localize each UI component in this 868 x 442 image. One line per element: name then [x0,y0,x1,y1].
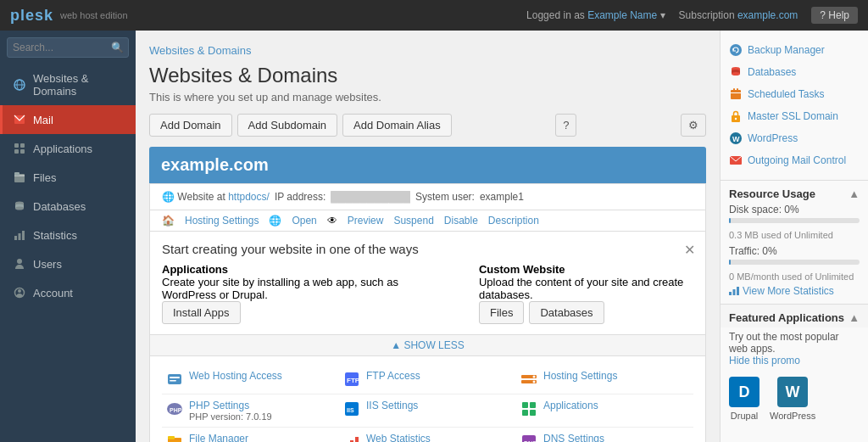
sidebar-item-databases[interactable]: Databases [0,192,136,221]
featured-apps-collapse[interactable]: ▲ [849,311,860,324]
applications-grid-link[interactable]: Applications [543,400,598,411]
databases-rp-link[interactable]: Databases [729,61,860,83]
wordpress-app[interactable]: W WordPress [770,377,815,421]
suspend-link[interactable]: Suspend [393,215,433,227]
open-link[interactable]: Open [292,215,316,227]
stats-icon [729,286,739,296]
svg-rect-16 [19,233,21,240]
sidebar-item-applications[interactable]: Applications [0,134,136,163]
help-button[interactable]: ? Help [811,7,858,24]
plesk-logo: plesk [10,7,53,25]
drupal-app[interactable]: D Drupal [729,377,760,421]
website-at-label: 🌐 Website at httpdocs/ [162,191,270,203]
svg-point-61 [732,72,740,76]
hosting-settings-link[interactable]: Hosting Settings [185,215,259,227]
svg-point-28 [533,376,536,378]
files-button[interactable]: Files [479,301,524,324]
install-apps-button[interactable]: Install Apps [162,301,241,324]
master-ssl-link[interactable]: Master SSL Domain [729,105,860,127]
resource-usage-title: Resource Usage [729,187,815,200]
start-col-apps-desc: Create your site by installing a web app… [162,276,445,301]
help-icon-button[interactable]: ? [555,114,576,137]
web-stats-link[interactable]: Web Statistics [366,433,431,442]
hosting-settings-grid-link[interactable]: Hosting Settings [543,370,617,382]
wordpress-feat-label: WordPress [770,411,815,421]
sidebar-item-files[interactable]: Files [0,163,136,192]
sidebar-item-mail[interactable]: Mail [0,105,136,134]
statistics-icon [13,228,26,242]
add-subdomain-button[interactable]: Add Subdomain [237,114,338,137]
php-text: PHP Settings PHP version: 7.0.19 [189,400,272,422]
hide-promo-link[interactable]: Hide this promo [729,355,800,366]
show-less-button[interactable]: ▲ SHOW LESS [149,335,706,356]
account-icon [13,286,26,299]
list-item: Web Hosting Access [162,365,339,394]
add-domain-alias-button[interactable]: Add Domain Alias [342,114,452,137]
sidebar-item-account[interactable]: Account [0,278,136,307]
disk-label: Disk space: 0% [721,204,868,215]
php-link[interactable]: PHP Settings [189,400,272,411]
close-start-box[interactable]: ✕ [684,242,695,258]
svg-text:IIS: IIS [347,407,354,413]
outgoing-mail-link[interactable]: Outgoing Mail Control [729,149,860,171]
list-item: IIS IIS Settings [339,394,516,427]
topbar-right: Logged in as Example Name ▾ Subscription… [526,7,858,24]
scheduled-tasks-link[interactable]: Scheduled Tasks [729,83,860,105]
settings-icon-button[interactable]: ⚙ [681,114,706,137]
dns-link[interactable]: DNS Settings [543,433,604,442]
svg-rect-34 [522,402,528,408]
start-col-apps: Applications Create your site by install… [162,263,445,324]
breadcrumb-link[interactable]: Websites & Domains [149,44,251,57]
main-content: Websites & Domains Websites & Domains Th… [136,31,720,442]
disable-link[interactable]: Disable [444,215,478,227]
dns-text: DNS Settings [543,433,604,442]
traffic-bar [729,260,731,265]
svg-rect-42 [355,437,359,442]
web-hosting-link[interactable]: Web Hosting Access [189,370,282,382]
preview-link[interactable]: Preview [348,215,384,227]
search-box: 🔍 [0,31,136,64]
view-more-stats-link[interactable]: View More Statistics [721,282,868,304]
resource-usage-collapse[interactable]: ▲ [849,187,860,200]
domain-card-header: example.com [149,147,706,183]
applications-grid-icon [520,400,538,418]
svg-rect-64 [737,88,738,92]
sidebar-item-statistics[interactable]: Statistics [0,221,136,249]
outgoing-mail-label: Outgoing Mail Control [748,154,846,166]
iis-icon: IIS [342,400,361,418]
php-sub: PHP version: 7.0.19 [189,411,272,422]
backup-icon [729,43,743,57]
databases-button[interactable]: Databases [529,301,604,324]
svg-rect-37 [530,410,536,416]
file-manager-link[interactable]: File Manager [189,433,248,442]
sidebar-label-files: Files [33,171,56,184]
file-manager-text: File Manager [189,433,248,442]
user-name-link[interactable]: Example Name [587,9,657,21]
svg-rect-17 [22,231,25,240]
page-title: Websites & Domains [149,64,706,87]
ftp-link[interactable]: FTP Access [366,370,420,382]
web-hosting-text: Web Hosting Access [189,370,282,382]
content-area: Websites & Domains Websites & Domains Th… [136,31,868,442]
traffic-sub: 0 MB/month used of Unlimited [721,271,868,282]
hosting-settings-icon [520,370,538,389]
start-box-cols: Applications Create your site by install… [162,263,693,324]
sidebar-item-users[interactable]: Users [0,249,136,278]
iis-link[interactable]: IIS Settings [366,400,418,411]
list-item: File Manager [162,428,339,442]
subscription-link[interactable]: example.com [737,9,798,21]
httpdocs-link[interactable]: httpdocs/ [228,191,270,203]
scheduled-icon [729,87,743,101]
add-domain-button[interactable]: Add Domain [149,114,232,137]
start-col-custom-heading: Custom Website [479,263,693,276]
start-col-custom-desc: Upload the content of your site and crea… [479,276,693,301]
description-link[interactable]: Description [488,215,539,227]
system-user-value: example1 [480,191,524,203]
app-row-2: PHP PHP Settings PHP version: 7.0.19 IIS… [162,394,693,428]
ip-value: ███████████ [331,191,410,203]
backup-manager-link[interactable]: Backup Manager [729,39,860,61]
wordpress-link[interactable]: W WordPress [729,127,860,149]
system-user-label: System user: [415,191,475,203]
open-icon: 🌐 [269,215,281,227]
sidebar-item-websites[interactable]: Websites & Domains [0,64,136,105]
